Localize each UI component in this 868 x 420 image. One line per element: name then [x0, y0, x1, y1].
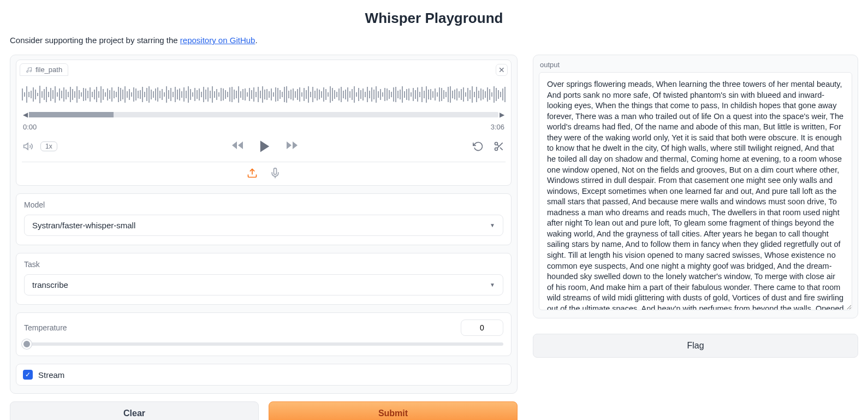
svg-line-11: [500, 147, 503, 150]
svg-marker-3: [232, 141, 237, 149]
flag-button[interactable]: Flag: [533, 334, 858, 358]
undo-icon[interactable]: [473, 141, 484, 152]
stream-checkbox[interactable]: ✓: [23, 370, 33, 380]
subtitle-text: Consider supporting the project by starr…: [10, 36, 180, 45]
audio-close-button[interactable]: ✕: [496, 64, 508, 76]
check-icon: ✓: [25, 371, 31, 378]
trim-icon[interactable]: [494, 141, 504, 152]
task-label: Task: [24, 260, 503, 269]
audio-seek-track[interactable]: [29, 112, 498, 117]
svg-marker-6: [293, 141, 298, 149]
volume-icon[interactable]: [23, 141, 34, 152]
svg-point-8: [495, 143, 498, 145]
subtitle: Consider supporting the project by starr…: [10, 32, 858, 55]
svg-line-12: [497, 145, 499, 146]
audio-file-chip[interactable]: file_path: [20, 63, 68, 76]
audio-waveform[interactable]: [22, 79, 506, 110]
temperature-slider-thumb[interactable]: [22, 339, 32, 349]
rewind-icon[interactable]: [231, 139, 244, 154]
output-label: output: [539, 60, 852, 72]
svg-point-0: [27, 70, 28, 72]
temperature-label: Temperature: [24, 323, 67, 332]
temperature-slider[interactable]: [24, 342, 503, 346]
close-icon: ✕: [498, 66, 505, 74]
svg-point-9: [495, 148, 498, 151]
audio-seek-fill: [29, 112, 114, 117]
output-panel: output Over springs flowering meads, Whe…: [533, 55, 858, 318]
upload-icon[interactable]: [247, 168, 258, 179]
clear-button[interactable]: Clear: [10, 401, 259, 420]
chevron-down-icon: ▼: [490, 222, 495, 228]
chevron-down-icon: ▼: [490, 282, 495, 288]
stream-checkbox-label[interactable]: ✓ Stream: [23, 370, 504, 380]
task-field: Task transcribe ▼: [16, 253, 512, 305]
play-icon[interactable]: [257, 139, 272, 154]
model-select[interactable]: Systran/faster-whisper-small ▼: [24, 215, 503, 236]
music-note-icon: [26, 67, 32, 73]
model-field: Model Systran/faster-whisper-small ▼: [16, 193, 512, 245]
microphone-icon[interactable]: [270, 168, 281, 179]
temperature-field: Temperature: [16, 312, 512, 356]
submit-button[interactable]: Submit: [269, 401, 518, 420]
svg-marker-7: [287, 141, 292, 149]
stream-label-text: Stream: [38, 370, 64, 380]
seek-fwd-arrow-icon[interactable]: ▶: [498, 111, 506, 119]
temperature-input[interactable]: [461, 320, 503, 336]
audio-time-total: 3:06: [491, 123, 504, 131]
playback-speed[interactable]: 1x: [40, 141, 57, 151]
svg-point-1: [30, 70, 32, 72]
output-textbox[interactable]: Over springs flowering meads, When learn…: [539, 72, 852, 310]
audio-file-label: file_path: [35, 66, 62, 74]
input-panel: file_path ✕ ◀ ▶: [10, 55, 518, 394]
svg-marker-2: [24, 143, 28, 150]
subtitle-suffix: .: [255, 36, 257, 45]
page-title: Whisper Playground: [10, 0, 858, 32]
stream-field: ✓ Stream: [16, 364, 512, 386]
model-value: Systran/faster-whisper-small: [32, 221, 135, 230]
audio-card: file_path ✕ ◀ ▶: [16, 60, 512, 186]
svg-marker-4: [238, 141, 243, 149]
task-value: transcribe: [32, 280, 68, 289]
repo-link[interactable]: repository on GitHub: [180, 36, 255, 45]
task-select[interactable]: transcribe ▼: [24, 274, 503, 295]
svg-marker-5: [260, 141, 269, 152]
seek-back-arrow-icon[interactable]: ◀: [22, 111, 29, 119]
fast-forward-icon[interactable]: [286, 139, 299, 154]
audio-time-current: 0:00: [23, 123, 37, 131]
model-label: Model: [24, 200, 503, 209]
